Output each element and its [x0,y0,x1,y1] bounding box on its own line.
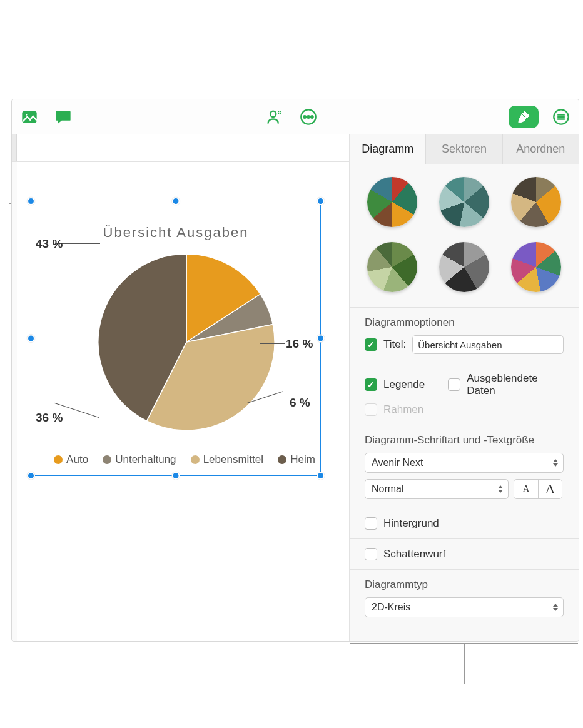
callout-line [542,0,542,80]
chevron-updown-icon [553,604,558,611]
legend-label: Unterhaltung [115,453,176,466]
legend-dot [278,455,286,464]
tab-sektoren[interactable]: Sektoren [426,134,502,164]
media-icon[interactable] [18,106,41,128]
chart-style-5[interactable] [439,242,489,292]
checkbox-title-label: Titel: [383,338,406,351]
checkbox-hidden-data-label: Ausgeblendete Daten [467,372,564,397]
section-legend-options: Legende Ausgeblendete Daten Rahmen [350,363,579,425]
chart-style-grid [350,164,579,308]
font-size-increase[interactable]: A [538,480,562,498]
checkbox-shadow[interactable] [365,548,377,560]
chevron-updown-icon [553,459,558,467]
legend-item-lebensmittel: Lebensmittel [191,453,263,466]
svg-point-6 [307,116,310,118]
chart-title: Übersicht Ausgaben [31,225,321,241]
legend-label: Auto [66,453,88,466]
svg-point-7 [311,116,313,118]
chart-style-3[interactable] [511,177,561,227]
leader-line [56,243,100,244]
chart-legend: Auto Unterhaltung Lebensmittel Heim [39,453,330,466]
section-heading: Diagrammoptionen [365,316,564,329]
pct-label-lebensmittel: 36 % [36,411,63,425]
section-heading: Diagramm-Schriftart und -Textgröße [365,434,564,447]
chart-style-6[interactable] [511,242,561,292]
resize-handle-tl[interactable] [27,197,35,205]
app-window: Übersicht Ausgaben 43 % 16 % 6 % 36 % [11,99,579,642]
svg-point-5 [303,116,306,118]
tab-diagramm[interactable]: Diagramm [350,134,426,164]
tab-anordnen[interactable]: Anordnen [503,134,579,164]
font-size-decrease[interactable]: A [514,480,538,498]
section-background: Hintergrund [350,508,579,539]
chart-style-4[interactable] [367,242,417,292]
pct-label-heim: 43 % [36,237,63,251]
font-size-stepper: A A [514,479,562,499]
resize-handle-mr[interactable] [317,335,325,343]
resize-handle-bm[interactable] [172,472,180,480]
section-chart-options: Diagrammoptionen Titel: [350,308,579,363]
legend-item-heim: Heim [278,453,315,466]
checkbox-legend[interactable] [365,378,377,391]
legend-dot [103,455,111,464]
inspector-tabs: Diagramm Sektoren Anordnen [350,134,579,164]
pct-label-auto: 16 % [286,337,313,351]
section-font: Diagramm-Schriftart und -Textgröße Aveni… [350,425,579,508]
more-icon[interactable] [297,106,320,128]
ruler [12,134,349,162]
section-chart-type: Diagrammtyp 2D-Kreis [350,570,579,626]
resize-handle-tm[interactable] [172,197,180,205]
resize-handle-br[interactable] [317,472,325,480]
outline-icon[interactable] [550,106,572,128]
pie-chart[interactable] [98,254,275,430]
legend-label: Lebensmittel [203,453,263,466]
chart-type-value: 2D-Kreis [372,602,410,613]
comment-icon[interactable] [52,106,74,128]
callout-line [9,0,9,203]
resize-handle-tr[interactable] [317,197,325,205]
callout-line [464,643,465,684]
checkbox-border-label: Rahmen [383,403,423,416]
legend-item-auto: Auto [54,453,88,466]
title-input[interactable] [412,335,564,354]
resize-handle-ml[interactable] [27,335,35,343]
toolbar [12,99,579,134]
font-family-select[interactable]: Avenir Next [365,453,564,473]
chart-type-select[interactable]: 2D-Kreis [365,597,564,617]
section-shadow: Schattenwurf [350,539,579,570]
chevron-updown-icon [498,485,503,493]
svg-point-2 [270,111,276,116]
checkbox-shadow-label: Schattenwurf [383,548,445,560]
checkbox-title[interactable] [365,338,377,351]
legend-label: Heim [290,453,315,466]
collaborate-icon[interactable] [263,106,286,128]
chart-style-2[interactable] [439,177,489,227]
pct-label-unterhaltung: 6 % [290,396,310,410]
resize-handle-bl[interactable] [27,472,35,480]
chart-style-1[interactable] [367,177,417,227]
checkbox-hidden-data[interactable] [448,378,460,391]
legend-item-unterhaltung: Unterhaltung [103,453,176,466]
section-heading: Diagrammtyp [365,579,564,591]
leader-line [260,343,285,344]
svg-point-1 [25,113,28,116]
legend-dot [54,455,63,464]
legend-dot [191,455,200,464]
checkbox-background[interactable] [365,517,377,530]
font-family-value: Avenir Next [372,457,423,468]
canvas-area: Übersicht Ausgaben 43 % 16 % 6 % 36 % [12,134,350,641]
format-brush-icon[interactable] [509,106,539,128]
checkbox-background-label: Hintergrund [383,517,439,530]
checkbox-legend-label: Legende [383,378,425,391]
font-weight-select[interactable]: Normal [365,479,509,499]
font-weight-value: Normal [372,483,404,495]
checkbox-border [365,403,377,416]
inspector-panel: Diagramm Sektoren Anordnen Diagrammoptio… [350,134,579,641]
